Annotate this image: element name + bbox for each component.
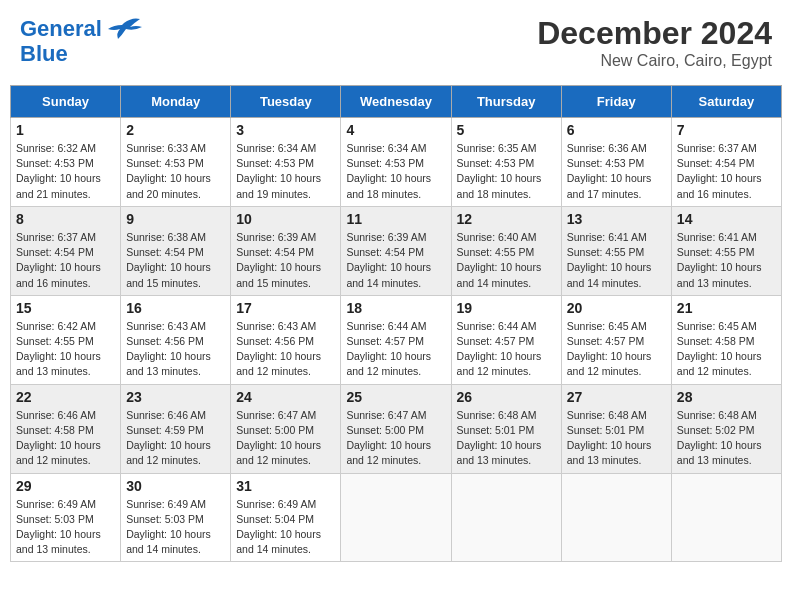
day-number: 9 bbox=[126, 211, 225, 227]
logo-blue: Blue bbox=[20, 43, 142, 65]
day-info: Sunrise: 6:42 AM Sunset: 4:55 PM Dayligh… bbox=[16, 319, 115, 380]
day-number: 24 bbox=[236, 389, 335, 405]
calendar-cell: 30Sunrise: 6:49 AM Sunset: 5:03 PM Dayli… bbox=[121, 473, 231, 562]
calendar-cell: 6Sunrise: 6:36 AM Sunset: 4:53 PM Daylig… bbox=[561, 118, 671, 207]
day-info: Sunrise: 6:48 AM Sunset: 5:01 PM Dayligh… bbox=[567, 408, 666, 469]
calendar-cell: 19Sunrise: 6:44 AM Sunset: 4:57 PM Dayli… bbox=[451, 295, 561, 384]
day-number: 6 bbox=[567, 122, 666, 138]
day-number: 10 bbox=[236, 211, 335, 227]
day-info: Sunrise: 6:49 AM Sunset: 5:03 PM Dayligh… bbox=[126, 497, 225, 558]
calendar-cell: 25Sunrise: 6:47 AM Sunset: 5:00 PM Dayli… bbox=[341, 384, 451, 473]
day-number: 11 bbox=[346, 211, 445, 227]
col-header-sunday: Sunday bbox=[11, 86, 121, 118]
calendar-cell: 3Sunrise: 6:34 AM Sunset: 4:53 PM Daylig… bbox=[231, 118, 341, 207]
calendar-cell: 26Sunrise: 6:48 AM Sunset: 5:01 PM Dayli… bbox=[451, 384, 561, 473]
day-number: 16 bbox=[126, 300, 225, 316]
day-number: 19 bbox=[457, 300, 556, 316]
title-area: December 2024 New Cairo, Cairo, Egypt bbox=[537, 15, 772, 70]
calendar-cell: 1Sunrise: 6:32 AM Sunset: 4:53 PM Daylig… bbox=[11, 118, 121, 207]
day-info: Sunrise: 6:46 AM Sunset: 4:59 PM Dayligh… bbox=[126, 408, 225, 469]
calendar-cell: 7Sunrise: 6:37 AM Sunset: 4:54 PM Daylig… bbox=[671, 118, 781, 207]
day-info: Sunrise: 6:41 AM Sunset: 4:55 PM Dayligh… bbox=[567, 230, 666, 291]
day-info: Sunrise: 6:33 AM Sunset: 4:53 PM Dayligh… bbox=[126, 141, 225, 202]
day-info: Sunrise: 6:34 AM Sunset: 4:53 PM Dayligh… bbox=[346, 141, 445, 202]
calendar-week-4: 22Sunrise: 6:46 AM Sunset: 4:58 PM Dayli… bbox=[11, 384, 782, 473]
day-number: 20 bbox=[567, 300, 666, 316]
day-info: Sunrise: 6:43 AM Sunset: 4:56 PM Dayligh… bbox=[126, 319, 225, 380]
day-info: Sunrise: 6:38 AM Sunset: 4:54 PM Dayligh… bbox=[126, 230, 225, 291]
day-info: Sunrise: 6:39 AM Sunset: 4:54 PM Dayligh… bbox=[346, 230, 445, 291]
day-number: 25 bbox=[346, 389, 445, 405]
calendar-cell: 5Sunrise: 6:35 AM Sunset: 4:53 PM Daylig… bbox=[451, 118, 561, 207]
day-info: Sunrise: 6:49 AM Sunset: 5:03 PM Dayligh… bbox=[16, 497, 115, 558]
day-info: Sunrise: 6:43 AM Sunset: 4:56 PM Dayligh… bbox=[236, 319, 335, 380]
day-number: 2 bbox=[126, 122, 225, 138]
day-info: Sunrise: 6:40 AM Sunset: 4:55 PM Dayligh… bbox=[457, 230, 556, 291]
calendar-cell: 11Sunrise: 6:39 AM Sunset: 4:54 PM Dayli… bbox=[341, 206, 451, 295]
col-header-tuesday: Tuesday bbox=[231, 86, 341, 118]
day-info: Sunrise: 6:32 AM Sunset: 4:53 PM Dayligh… bbox=[16, 141, 115, 202]
calendar-cell bbox=[451, 473, 561, 562]
day-number: 12 bbox=[457, 211, 556, 227]
col-header-thursday: Thursday bbox=[451, 86, 561, 118]
day-number: 22 bbox=[16, 389, 115, 405]
day-info: Sunrise: 6:44 AM Sunset: 4:57 PM Dayligh… bbox=[457, 319, 556, 380]
calendar-cell: 18Sunrise: 6:44 AM Sunset: 4:57 PM Dayli… bbox=[341, 295, 451, 384]
day-number: 30 bbox=[126, 478, 225, 494]
calendar-cell: 28Sunrise: 6:48 AM Sunset: 5:02 PM Dayli… bbox=[671, 384, 781, 473]
calendar-cell bbox=[561, 473, 671, 562]
logo-bird-icon bbox=[104, 15, 142, 43]
day-number: 5 bbox=[457, 122, 556, 138]
calendar-week-2: 8Sunrise: 6:37 AM Sunset: 4:54 PM Daylig… bbox=[11, 206, 782, 295]
day-info: Sunrise: 6:37 AM Sunset: 4:54 PM Dayligh… bbox=[677, 141, 776, 202]
day-number: 23 bbox=[126, 389, 225, 405]
calendar-cell: 10Sunrise: 6:39 AM Sunset: 4:54 PM Dayli… bbox=[231, 206, 341, 295]
calendar-cell: 2Sunrise: 6:33 AM Sunset: 4:53 PM Daylig… bbox=[121, 118, 231, 207]
col-header-saturday: Saturday bbox=[671, 86, 781, 118]
day-number: 14 bbox=[677, 211, 776, 227]
calendar-cell: 27Sunrise: 6:48 AM Sunset: 5:01 PM Dayli… bbox=[561, 384, 671, 473]
calendar-cell: 15Sunrise: 6:42 AM Sunset: 4:55 PM Dayli… bbox=[11, 295, 121, 384]
day-number: 27 bbox=[567, 389, 666, 405]
day-number: 3 bbox=[236, 122, 335, 138]
calendar-cell: 9Sunrise: 6:38 AM Sunset: 4:54 PM Daylig… bbox=[121, 206, 231, 295]
calendar-cell: 23Sunrise: 6:46 AM Sunset: 4:59 PM Dayli… bbox=[121, 384, 231, 473]
day-info: Sunrise: 6:49 AM Sunset: 5:04 PM Dayligh… bbox=[236, 497, 335, 558]
calendar-cell: 13Sunrise: 6:41 AM Sunset: 4:55 PM Dayli… bbox=[561, 206, 671, 295]
day-number: 28 bbox=[677, 389, 776, 405]
day-number: 7 bbox=[677, 122, 776, 138]
calendar-week-5: 29Sunrise: 6:49 AM Sunset: 5:03 PM Dayli… bbox=[11, 473, 782, 562]
day-number: 4 bbox=[346, 122, 445, 138]
month-title: December 2024 bbox=[537, 15, 772, 52]
header: General Blue December 2024 New Cairo, Ca… bbox=[10, 10, 782, 75]
day-info: Sunrise: 6:45 AM Sunset: 4:57 PM Dayligh… bbox=[567, 319, 666, 380]
day-number: 1 bbox=[16, 122, 115, 138]
day-info: Sunrise: 6:48 AM Sunset: 5:02 PM Dayligh… bbox=[677, 408, 776, 469]
col-header-friday: Friday bbox=[561, 86, 671, 118]
logo-general: General bbox=[20, 16, 102, 41]
day-number: 26 bbox=[457, 389, 556, 405]
day-number: 15 bbox=[16, 300, 115, 316]
col-header-wednesday: Wednesday bbox=[341, 86, 451, 118]
day-info: Sunrise: 6:35 AM Sunset: 4:53 PM Dayligh… bbox=[457, 141, 556, 202]
day-info: Sunrise: 6:39 AM Sunset: 4:54 PM Dayligh… bbox=[236, 230, 335, 291]
calendar-cell bbox=[671, 473, 781, 562]
day-number: 13 bbox=[567, 211, 666, 227]
day-info: Sunrise: 6:47 AM Sunset: 5:00 PM Dayligh… bbox=[346, 408, 445, 469]
day-info: Sunrise: 6:46 AM Sunset: 4:58 PM Dayligh… bbox=[16, 408, 115, 469]
day-info: Sunrise: 6:45 AM Sunset: 4:58 PM Dayligh… bbox=[677, 319, 776, 380]
calendar-week-3: 15Sunrise: 6:42 AM Sunset: 4:55 PM Dayli… bbox=[11, 295, 782, 384]
calendar-cell: 22Sunrise: 6:46 AM Sunset: 4:58 PM Dayli… bbox=[11, 384, 121, 473]
calendar-cell: 20Sunrise: 6:45 AM Sunset: 4:57 PM Dayli… bbox=[561, 295, 671, 384]
calendar-cell: 31Sunrise: 6:49 AM Sunset: 5:04 PM Dayli… bbox=[231, 473, 341, 562]
day-number: 17 bbox=[236, 300, 335, 316]
calendar-week-1: 1Sunrise: 6:32 AM Sunset: 4:53 PM Daylig… bbox=[11, 118, 782, 207]
calendar-cell: 4Sunrise: 6:34 AM Sunset: 4:53 PM Daylig… bbox=[341, 118, 451, 207]
col-header-monday: Monday bbox=[121, 86, 231, 118]
calendar-cell: 16Sunrise: 6:43 AM Sunset: 4:56 PM Dayli… bbox=[121, 295, 231, 384]
location-title: New Cairo, Cairo, Egypt bbox=[537, 52, 772, 70]
day-number: 29 bbox=[16, 478, 115, 494]
day-info: Sunrise: 6:34 AM Sunset: 4:53 PM Dayligh… bbox=[236, 141, 335, 202]
calendar-cell: 12Sunrise: 6:40 AM Sunset: 4:55 PM Dayli… bbox=[451, 206, 561, 295]
calendar-cell: 21Sunrise: 6:45 AM Sunset: 4:58 PM Dayli… bbox=[671, 295, 781, 384]
